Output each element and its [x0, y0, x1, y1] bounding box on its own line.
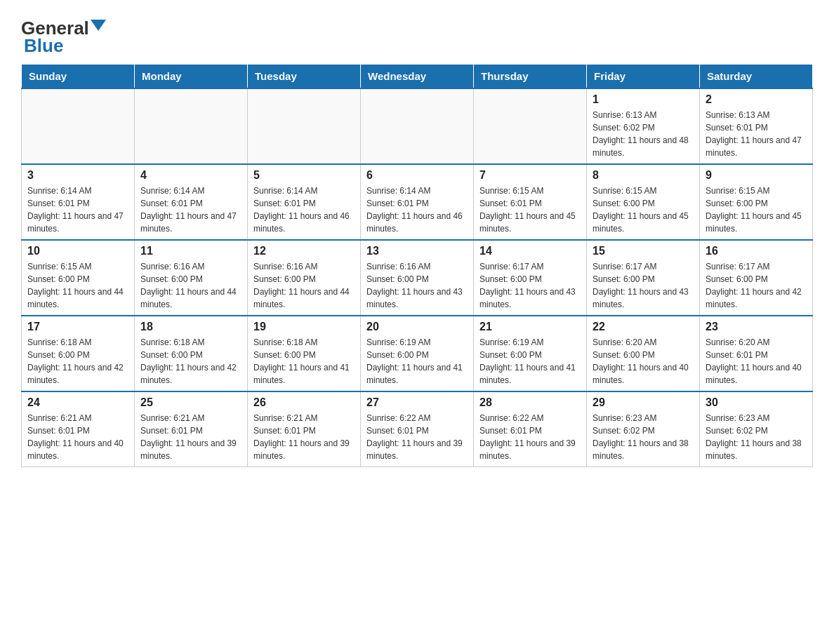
calendar-cell: 17Sunrise: 6:18 AMSunset: 6:00 PMDayligh…	[22, 316, 135, 391]
day-info: Sunrise: 6:15 AMSunset: 6:00 PMDaylight:…	[27, 260, 128, 311]
calendar-cell: 18Sunrise: 6:18 AMSunset: 6:00 PMDayligh…	[135, 316, 248, 391]
calendar-cell: 4Sunrise: 6:14 AMSunset: 6:01 PMDaylight…	[135, 164, 248, 240]
week-row-4: 17Sunrise: 6:18 AMSunset: 6:00 PMDayligh…	[22, 316, 813, 391]
calendar-header-row: Sunday Monday Tuesday Wednesday Thursday…	[22, 65, 813, 89]
calendar-cell: 23Sunrise: 6:20 AMSunset: 6:01 PMDayligh…	[700, 316, 813, 391]
calendar-cell: 30Sunrise: 6:23 AMSunset: 6:02 PMDayligh…	[700, 391, 813, 467]
col-tuesday: Tuesday	[248, 65, 361, 89]
day-info: Sunrise: 6:21 AMSunset: 6:01 PMDaylight:…	[140, 412, 241, 462]
day-number: 23	[706, 321, 807, 333]
col-thursday: Thursday	[474, 65, 587, 89]
day-info: Sunrise: 6:15 AMSunset: 6:00 PMDaylight:…	[593, 185, 694, 235]
calendar-cell: 20Sunrise: 6:19 AMSunset: 6:00 PMDayligh…	[361, 316, 474, 391]
page-header: General Blue	[21, 14, 813, 57]
day-info: Sunrise: 6:16 AMSunset: 6:00 PMDaylight:…	[366, 260, 468, 311]
day-number: 22	[593, 321, 694, 333]
calendar-cell: 25Sunrise: 6:21 AMSunset: 6:01 PMDayligh…	[135, 391, 248, 467]
day-number: 9	[706, 169, 807, 182]
day-number: 18	[140, 321, 241, 333]
day-number: 27	[366, 396, 468, 409]
day-number: 25	[140, 396, 241, 409]
day-number: 20	[366, 321, 468, 333]
day-info: Sunrise: 6:22 AMSunset: 6:01 PMDaylight:…	[479, 412, 581, 462]
day-number: 28	[479, 396, 581, 409]
week-row-5: 24Sunrise: 6:21 AMSunset: 6:01 PMDayligh…	[22, 391, 813, 467]
day-number: 10	[27, 245, 128, 257]
day-info: Sunrise: 6:19 AMSunset: 6:00 PMDaylight:…	[479, 336, 581, 387]
day-info: Sunrise: 6:18 AMSunset: 6:00 PMDaylight:…	[253, 336, 355, 387]
calendar-cell: 8Sunrise: 6:15 AMSunset: 6:00 PMDaylight…	[587, 164, 700, 240]
svg-marker-0	[91, 20, 106, 31]
day-info: Sunrise: 6:23 AMSunset: 6:02 PMDaylight:…	[706, 412, 807, 462]
logo: General Blue	[21, 18, 106, 57]
col-friday: Friday	[587, 65, 700, 89]
day-info: Sunrise: 6:18 AMSunset: 6:00 PMDaylight:…	[140, 336, 241, 387]
col-monday: Monday	[135, 65, 248, 89]
day-number: 6	[366, 169, 468, 182]
day-number: 1	[593, 93, 694, 106]
calendar-cell: 21Sunrise: 6:19 AMSunset: 6:00 PMDayligh…	[474, 316, 587, 391]
day-info: Sunrise: 6:14 AMSunset: 6:01 PMDaylight:…	[140, 185, 241, 235]
calendar-cell: 24Sunrise: 6:21 AMSunset: 6:01 PMDayligh…	[22, 391, 135, 467]
calendar-cell	[474, 88, 587, 164]
calendar-cell: 6Sunrise: 6:14 AMSunset: 6:01 PMDaylight…	[361, 164, 474, 240]
logo-blue-text: Blue	[24, 35, 63, 57]
col-wednesday: Wednesday	[361, 65, 474, 89]
calendar-cell: 15Sunrise: 6:17 AMSunset: 6:00 PMDayligh…	[587, 240, 700, 316]
day-info: Sunrise: 6:18 AMSunset: 6:00 PMDaylight:…	[27, 336, 128, 387]
day-info: Sunrise: 6:14 AMSunset: 6:01 PMDaylight:…	[366, 185, 468, 235]
calendar-cell: 7Sunrise: 6:15 AMSunset: 6:01 PMDaylight…	[474, 164, 587, 240]
calendar-cell: 9Sunrise: 6:15 AMSunset: 6:00 PMDaylight…	[700, 164, 813, 240]
calendar-cell: 5Sunrise: 6:14 AMSunset: 6:01 PMDaylight…	[248, 164, 361, 240]
day-info: Sunrise: 6:13 AMSunset: 6:02 PMDaylight:…	[593, 109, 694, 159]
day-number: 16	[706, 245, 807, 257]
day-info: Sunrise: 6:17 AMSunset: 6:00 PMDaylight:…	[593, 260, 694, 311]
col-sunday: Sunday	[22, 65, 135, 89]
week-row-2: 3Sunrise: 6:14 AMSunset: 6:01 PMDaylight…	[22, 164, 813, 240]
day-number: 7	[479, 169, 581, 182]
calendar-cell: 22Sunrise: 6:20 AMSunset: 6:00 PMDayligh…	[587, 316, 700, 391]
calendar-cell: 2Sunrise: 6:13 AMSunset: 6:01 PMDaylight…	[700, 88, 813, 164]
day-info: Sunrise: 6:17 AMSunset: 6:00 PMDaylight:…	[479, 260, 581, 311]
day-number: 13	[366, 245, 468, 257]
day-info: Sunrise: 6:16 AMSunset: 6:00 PMDaylight:…	[140, 260, 241, 311]
day-number: 19	[253, 321, 355, 333]
logo-triangle-icon	[91, 20, 106, 35]
calendar-cell: 28Sunrise: 6:22 AMSunset: 6:01 PMDayligh…	[474, 391, 587, 467]
calendar-cell: 19Sunrise: 6:18 AMSunset: 6:00 PMDayligh…	[248, 316, 361, 391]
day-number: 17	[27, 321, 128, 333]
calendar-cell	[248, 88, 361, 164]
calendar-table: Sunday Monday Tuesday Wednesday Thursday…	[21, 64, 813, 467]
day-number: 4	[140, 169, 241, 182]
day-number: 30	[706, 396, 807, 409]
day-number: 8	[593, 169, 694, 182]
day-info: Sunrise: 6:20 AMSunset: 6:00 PMDaylight:…	[593, 336, 694, 387]
day-info: Sunrise: 6:21 AMSunset: 6:01 PMDaylight:…	[27, 412, 128, 462]
day-number: 21	[479, 321, 581, 333]
calendar-cell: 27Sunrise: 6:22 AMSunset: 6:01 PMDayligh…	[361, 391, 474, 467]
calendar-cell	[361, 88, 474, 164]
day-info: Sunrise: 6:20 AMSunset: 6:01 PMDaylight:…	[706, 336, 807, 387]
day-info: Sunrise: 6:15 AMSunset: 6:00 PMDaylight:…	[706, 185, 807, 235]
week-row-1: 1Sunrise: 6:13 AMSunset: 6:02 PMDaylight…	[22, 88, 813, 164]
day-info: Sunrise: 6:23 AMSunset: 6:02 PMDaylight:…	[593, 412, 694, 462]
day-number: 3	[27, 169, 128, 182]
day-info: Sunrise: 6:22 AMSunset: 6:01 PMDaylight:…	[366, 412, 468, 462]
calendar-cell: 12Sunrise: 6:16 AMSunset: 6:00 PMDayligh…	[248, 240, 361, 316]
calendar-cell	[22, 88, 135, 164]
calendar-cell: 3Sunrise: 6:14 AMSunset: 6:01 PMDaylight…	[22, 164, 135, 240]
day-number: 15	[593, 245, 694, 257]
calendar-cell: 26Sunrise: 6:21 AMSunset: 6:01 PMDayligh…	[248, 391, 361, 467]
day-number: 12	[253, 245, 355, 257]
day-info: Sunrise: 6:21 AMSunset: 6:01 PMDaylight:…	[253, 412, 355, 462]
day-info: Sunrise: 6:17 AMSunset: 6:00 PMDaylight:…	[706, 260, 807, 311]
calendar-cell: 14Sunrise: 6:17 AMSunset: 6:00 PMDayligh…	[474, 240, 587, 316]
day-number: 14	[479, 245, 581, 257]
day-number: 29	[593, 396, 694, 409]
calendar-cell: 10Sunrise: 6:15 AMSunset: 6:00 PMDayligh…	[22, 240, 135, 316]
calendar-cell: 13Sunrise: 6:16 AMSunset: 6:00 PMDayligh…	[361, 240, 474, 316]
day-number: 2	[706, 93, 807, 106]
calendar-cell: 16Sunrise: 6:17 AMSunset: 6:00 PMDayligh…	[700, 240, 813, 316]
day-number: 26	[253, 396, 355, 409]
day-info: Sunrise: 6:13 AMSunset: 6:01 PMDaylight:…	[706, 109, 807, 159]
